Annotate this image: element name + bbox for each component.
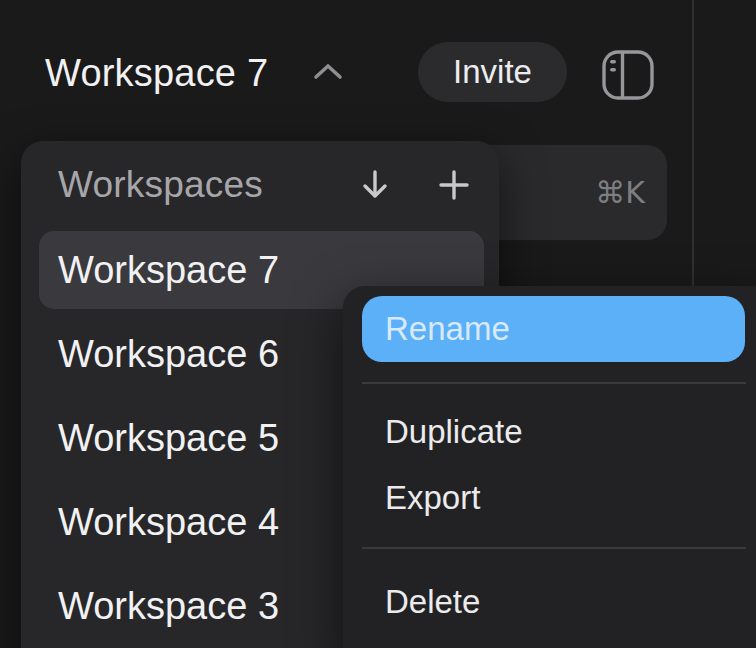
workspace-title[interactable]: Workspace 7 (45, 52, 268, 95)
workspace-context-menu: Rename Duplicate Export Delete (343, 286, 756, 648)
add-workspace-icon[interactable] (439, 170, 469, 200)
chevron-up-icon[interactable] (312, 61, 344, 83)
invite-button[interactable]: Invite (418, 42, 567, 102)
search-bar[interactable]: ⌘K (470, 145, 667, 240)
context-menu-item-duplicate[interactable]: Duplicate (385, 410, 523, 454)
sort-down-arrow-icon[interactable] (361, 169, 389, 201)
context-menu-item-export[interactable]: Export (385, 476, 480, 520)
workspaces-panel-header: Workspaces (21, 141, 499, 228)
sidebar-toggle-icon[interactable] (601, 49, 655, 101)
context-menu-item-delete[interactable]: Delete (385, 580, 480, 624)
menu-divider (362, 382, 746, 384)
search-shortcut-badge: ⌘K (595, 145, 645, 240)
context-menu-item-rename[interactable]: Rename (362, 296, 745, 362)
workspaces-panel-title: Workspaces (58, 164, 263, 206)
menu-divider (362, 547, 746, 549)
